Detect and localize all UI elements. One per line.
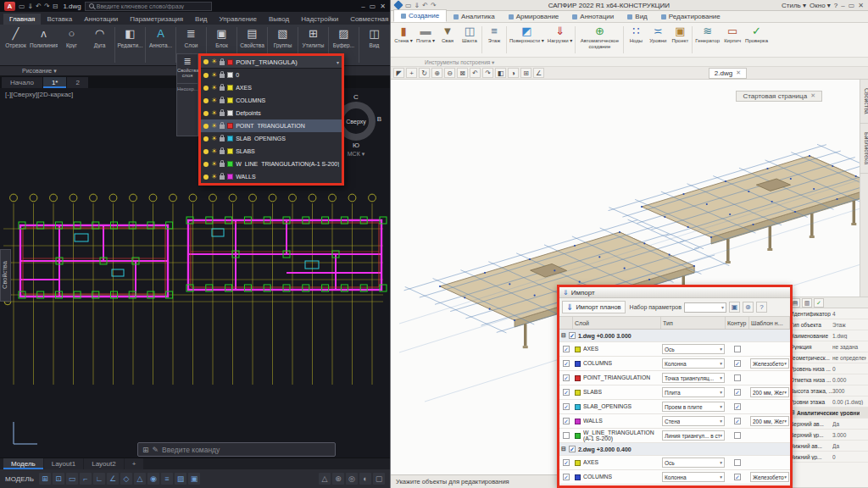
template-dropdown[interactable]: 200 мм, Железобе...▾ [750, 387, 789, 397]
import-layer-row[interactable]: ✓SLAB_OPENINGSПроем в плите▾✓ [559, 400, 790, 414]
layer-checkbox[interactable]: ✓ [563, 346, 570, 352]
dynamic-input-icon[interactable]: ⌐ [80, 473, 92, 485]
import-layer-row[interactable]: W_LINE_TRIANGULATION (A-1 S-200)Линия тр… [559, 429, 790, 443]
toolbar-group-caption-label[interactable]: Инструменты построения ▾ [425, 59, 494, 65]
maximize-button[interactable]: ▭ [849, 2, 855, 9]
layer-on-icon[interactable] [203, 162, 209, 167]
layer-list-item[interactable]: ☀SLAB_OPENINGS [201, 132, 342, 145]
import-layer-row[interactable]: ✓COLUMNSКолонна▾✓Железобетон коло...▾ [559, 357, 790, 371]
previous-view-icon[interactable]: ↶ [470, 68, 481, 78]
properties-palette-tab[interactable]: Свойства [0, 249, 11, 302]
layer-freeze-icon[interactable]: ☀ [211, 123, 217, 130]
contour-checkbox[interactable]: ✓ [734, 474, 741, 480]
property-row[interactable]: Геометрическ...не определено [788, 352, 868, 363]
import-layer-row[interactable]: ✓AXESОсь▾ [559, 456, 790, 470]
ribbon-tab[interactable]: Совместная работа [344, 14, 390, 25]
line-tool-button[interactable]: ╱Отрезок [2, 25, 30, 65]
viewport-controls-label[interactable]: [-][Сверху][2D-каркас] [5, 91, 73, 98]
lineweight-icon[interactable]: ≡ [161, 473, 173, 485]
help-button[interactable]: ? [834, 2, 837, 9]
loads-tool-button[interactable]: ⇓Нагрузки ▾ [546, 24, 575, 56]
layout-tab[interactable]: Layout1 [44, 458, 83, 469]
panel-caption-label[interactable]: Рисование ▾ [22, 68, 57, 74]
infer-constraints-icon[interactable]: ▭ [66, 473, 78, 485]
object-snap-icon[interactable]: ◉ [147, 473, 159, 485]
layer-on-icon[interactable] [203, 73, 209, 78]
snap-mode-icon[interactable]: ⊡ [53, 473, 64, 485]
import-dialog-titlebar[interactable]: ⇓ Импорт [559, 287, 790, 298]
save-parameter-set-icon[interactable]: ▣ [729, 302, 740, 313]
column-header[interactable]: Контур [726, 317, 749, 329]
isolate-objects-icon[interactable]: ◎ [346, 473, 358, 485]
command-line[interactable]: ⊞ ✎ [137, 442, 336, 457]
minimize-button[interactable]: – [361, 3, 364, 10]
collapse-icon[interactable]: ⊟ [561, 446, 566, 452]
layer-color-swatch[interactable] [227, 161, 233, 167]
layer-color-swatch[interactable] [227, 174, 233, 180]
ribbon-tab[interactable]: Вид [189, 14, 213, 25]
polar-tracking-icon[interactable]: ∠ [107, 473, 119, 485]
layer-lock-icon[interactable] [220, 163, 225, 167]
property-row[interactable]: Нижний ур...0 [788, 452, 868, 463]
import-plans-button[interactable]: ⇓ Импорт планов [562, 301, 626, 313]
start-page-tab[interactable]: Стартовая страница ✕ [736, 91, 822, 102]
search-input[interactable] [97, 3, 208, 9]
transparency-icon[interactable]: ▨ [175, 473, 186, 485]
type-dropdown[interactable]: Колонна▾ [662, 472, 725, 482]
viewcube-east-label[interactable]: В [377, 115, 381, 123]
check-tool-button[interactable]: ✓Проверка [743, 24, 770, 56]
polyline-tool-button[interactable]: ʌПолилиния [30, 25, 58, 65]
layer-lock-icon[interactable] [220, 137, 225, 141]
pile-tool-button[interactable]: ▼Свая [437, 24, 459, 56]
menu-tab[interactable]: Аннотации [565, 11, 620, 22]
window-menu[interactable]: Окно ▾ [810, 2, 831, 9]
contour-checkbox[interactable]: ✓ [734, 360, 741, 367]
type-dropdown[interactable]: Плита▾ [662, 387, 725, 397]
contour-checkbox[interactable] [734, 432, 741, 439]
layer-freeze-icon[interactable]: ☀ [211, 148, 217, 155]
layer-checkbox[interactable]: ✓ [563, 360, 570, 367]
property-row[interactable]: Высота этажа, ...3000 [788, 385, 868, 396]
layer-list-item[interactable]: ☀POINT_TRIANGULATION [201, 119, 342, 132]
layer-list-item[interactable]: ☀Defpoints [201, 107, 342, 119]
surfaces-tool-button[interactable]: ◩Поверхности ▾ [508, 24, 546, 56]
layer-list-item[interactable]: ☀SLABS [201, 145, 342, 158]
file-tab[interactable]: 1* [43, 77, 67, 88]
zoom-extents-icon[interactable]: ⊠ [457, 68, 468, 78]
layer-properties-button[interactable]: Свойства слоя [177, 68, 198, 78]
layer-lock-icon[interactable] [220, 74, 225, 78]
type-dropdown[interactable]: Ось▾ [662, 458, 725, 468]
parameter-set-combo[interactable]: ▾ [684, 302, 726, 313]
grid-display-icon[interactable]: ⊞ [39, 473, 51, 485]
type-dropdown[interactable]: Ось▾ [662, 344, 725, 354]
quick-access-icon[interactable]: ↷ [431, 2, 437, 9]
layer-freeze-icon[interactable]: ☀ [211, 85, 217, 92]
type-dropdown[interactable]: Проем в плите▾ [662, 402, 725, 412]
layer-lock-icon[interactable] [220, 99, 225, 103]
layer-freeze-icon[interactable]: ☀ [211, 58, 217, 65]
layer-freeze-icon[interactable]: ☀ [211, 161, 217, 168]
layer-checkbox[interactable]: ✓ [563, 459, 570, 466]
layer-lock-icon[interactable] [220, 112, 225, 116]
column-header[interactable]: Тип [661, 317, 726, 329]
layer-on-icon[interactable] [203, 98, 209, 103]
quick-access-icon[interactable]: ⊟ [53, 3, 58, 10]
property-row[interactable]: Верхний ур...3.000 [788, 430, 868, 441]
project-tool-button[interactable]: ▣Проект [669, 24, 691, 56]
annotation-panel-button[interactable]: AАннота... [147, 25, 175, 65]
shaft-tool-button[interactable]: ◫Шахта [459, 24, 481, 56]
column-header[interactable]: Шаблон н... [749, 317, 790, 329]
zoom-out-icon[interactable]: ⊖ [444, 68, 455, 78]
property-row[interactable]: Уровень низа ...0 [788, 363, 868, 374]
layer-color-swatch[interactable] [227, 97, 233, 103]
command-input[interactable] [162, 446, 331, 454]
layer-list-item[interactable]: ☀WALLS [201, 170, 342, 183]
collapse-icon[interactable]: ⊟ [561, 332, 566, 339]
ortho-mode-icon[interactable]: ∟ [93, 473, 105, 485]
layer-color-swatch[interactable] [227, 136, 233, 141]
layer-freeze-icon[interactable]: ☀ [211, 174, 217, 180]
quick-access-icon[interactable]: ↶ [36, 3, 42, 10]
circle-tool-button[interactable]: ○Круг [58, 25, 86, 65]
layer-checkbox[interactable]: ✓ [563, 418, 570, 424]
group-checkbox[interactable]: ✓ [569, 332, 576, 339]
